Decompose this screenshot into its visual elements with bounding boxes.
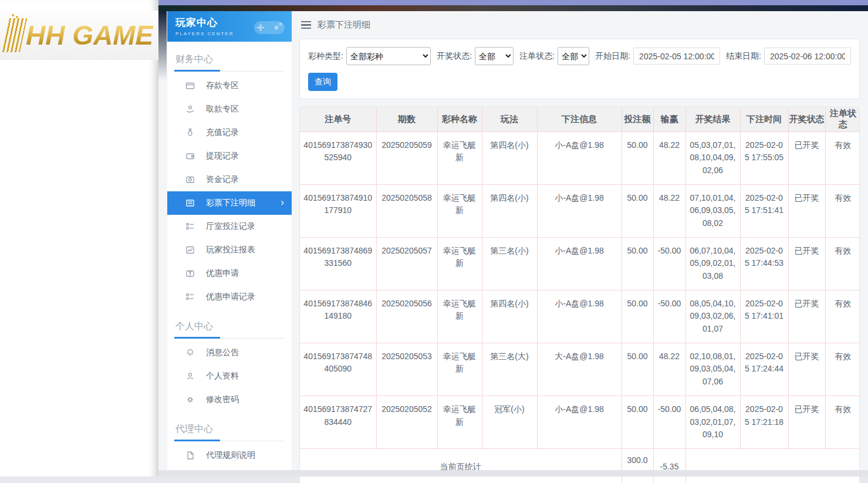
table-cell: 50.00	[622, 396, 653, 448]
column-header: 玩法	[482, 107, 537, 131]
table-cell: 48.22	[653, 184, 685, 237]
draw-status-select[interactable]: 全部	[475, 47, 514, 65]
table-cell: 有效	[825, 343, 860, 396]
table-cell: 有效	[825, 396, 860, 448]
table-cell: 50.00	[622, 290, 653, 343]
table-cell: 20250205057	[376, 237, 437, 290]
sidebar-item[interactable]: 修改密码	[167, 388, 292, 411]
column-header: 开奖结果	[685, 107, 740, 131]
table-cell: 小-A盘@1.98	[537, 396, 622, 448]
table-cell: 48.22	[653, 343, 685, 396]
chevron-right-icon: ›	[281, 197, 284, 208]
table-cell: 48.22	[653, 131, 685, 184]
table-cell: 06,05,04,08,03,02,01,07,09,10	[685, 396, 740, 448]
column-header: 下注时间	[740, 107, 788, 131]
brand-logo-mark-icon	[2, 18, 27, 52]
gamepad-icon	[251, 16, 287, 38]
brand-logo-text: HH GAME	[26, 19, 153, 51]
table-cell: 已开奖	[788, 184, 825, 237]
sidebar-item-label: 提现记录	[206, 151, 239, 161]
table-cell: 冠军(小)	[482, 396, 537, 448]
sidebar-item[interactable]: 取款专区	[167, 97, 292, 121]
sidebar-item-label: 厅室投注记录	[206, 221, 255, 232]
table-cell: 小-A盘@1.98	[537, 131, 622, 184]
banner-strip	[158, 5, 868, 11]
table-row: 40156917387486933156020250205057幸运飞艇新第三名…	[300, 237, 860, 290]
summary-label: 当前页统计	[300, 448, 622, 483]
promo-records-icon	[185, 292, 195, 302]
summary-empty	[685, 448, 860, 483]
sidebar-item-label: 个人资料	[206, 371, 239, 381]
draw-status-label: 开奖状态:	[437, 51, 472, 62]
table-cell: 第三名(小)	[482, 237, 537, 290]
promo-apply-icon	[185, 269, 195, 278]
lottery-type-select[interactable]: 全部彩种	[346, 47, 431, 65]
sidebar-item[interactable]: 优惠申请记录	[167, 285, 292, 309]
table-row: 40156917387493052594020250205059幸运飞艇新第四名…	[300, 131, 860, 184]
sidebar-item[interactable]: 提现记录	[167, 144, 292, 168]
sidebar-item-label: 充值记录	[206, 127, 239, 138]
filter-panel: 彩种类型: 全部彩种 开奖状态: 全部 注单状态: 全部 开始日期: 结束日期:…	[299, 39, 860, 99]
table-cell: 401569173874846149180	[300, 290, 376, 343]
sidebar-item-label: 消息公告	[206, 347, 239, 358]
left-shade	[158, 11, 167, 80]
table-cell: -50.00	[653, 237, 685, 290]
gear-icon	[185, 395, 195, 404]
bell-icon	[185, 348, 195, 357]
page: HH GAME 玩家中心 PLAYERS CENTER 财务中心存款专区取款专区…	[0, 0, 868, 483]
user-icon	[185, 371, 195, 381]
table-cell: 第四名(小)	[482, 184, 537, 237]
end-date-label: 结束日期:	[726, 51, 761, 62]
sidebar-item-label: 玩家投注报表	[206, 245, 255, 255]
sidebar: 玩家中心 PLAYERS CENTER 财务中心存款专区取款专区充值记录提现记录…	[167, 11, 292, 477]
table-cell: 20250205059	[376, 131, 437, 184]
bet-table-panel: 注单号期数彩种名称玩法下注信息投注额输赢开奖结果下注时间开奖状态注单状态 401…	[299, 107, 860, 483]
table-cell: 2025-02-05 17:24:44	[740, 343, 788, 396]
sidebar-item[interactable]: 资金记录	[167, 168, 292, 191]
sidebar-item[interactable]: 厅室投注记录	[167, 215, 292, 238]
table-body: 40156917387493052594020250205059幸运飞艇新第四名…	[300, 131, 860, 483]
sidebar-item[interactable]: 充值记录	[167, 121, 292, 144]
table-cell: 50.00	[622, 237, 653, 290]
page-title: 彩票下注明细	[318, 19, 370, 31]
column-header: 投注额	[622, 107, 653, 131]
start-date-input[interactable]	[633, 48, 720, 65]
table-cell: 401569173874869331560	[300, 237, 376, 290]
sidebar-item[interactable]: 存款专区	[167, 74, 292, 97]
table-cell: 幸运飞艇新	[437, 184, 482, 237]
search-button[interactable]: 查询	[308, 73, 337, 91]
recharge-bag-icon	[185, 128, 195, 137]
table-cell: 20250205058	[376, 184, 437, 237]
deposit-card-icon	[185, 81, 195, 90]
menu-toggle-icon[interactable]	[301, 21, 311, 29]
table-header-row: 注单号期数彩种名称玩法下注信息投注额输赢开奖结果下注时间开奖状态注单状态	[300, 107, 860, 131]
table-cell: 幸运飞艇新	[437, 396, 482, 448]
sidebar-item[interactable]: 玩家投注报表	[167, 238, 292, 262]
table-cell: 06,07,10,04,05,09,02,01,03,08	[685, 237, 740, 290]
table-row: 40156917387484614918020250205056幸运飞艇新第四名…	[300, 290, 860, 343]
sidebar-item[interactable]: 个人资料	[167, 364, 292, 388]
sidebar-item[interactable]: 消息公告	[167, 341, 292, 364]
summary-bet-total: 300.00	[622, 448, 653, 483]
table-cell: 20250205053	[376, 343, 437, 396]
doc-icon	[185, 451, 195, 460]
sidebar-item[interactable]: 代理规则说明	[167, 444, 292, 467]
table-cell: 401569173874910177910	[300, 184, 376, 237]
table-cell: 有效	[825, 184, 860, 237]
sidebar-item[interactable]: 彩票下注明细›	[167, 191, 292, 215]
app-frame: 玩家中心 PLAYERS CENTER 财务中心存款专区取款专区充值记录提现记录…	[158, 0, 868, 477]
funds-record-icon	[185, 175, 195, 184]
table-row: 40156917387491017791020250205058幸运飞艇新第四名…	[300, 184, 860, 237]
sidebar-item-label: 彩票下注明细	[206, 198, 255, 208]
sidebar-section-title: 代理中心	[174, 421, 285, 441]
order-status-select[interactable]: 全部	[558, 47, 589, 65]
sidebar-item-label: 存款专区	[206, 80, 239, 91]
end-date-input[interactable]	[764, 48, 851, 65]
table-cell: -50.00	[653, 290, 685, 343]
table-cell: 2025-02-05 17:21:18	[740, 396, 788, 448]
table-cell: 第三名(大)	[482, 343, 537, 396]
table-cell: 401569173874727834440	[300, 396, 376, 448]
table-cell: 已开奖	[788, 396, 825, 448]
column-header: 注单状态	[825, 107, 860, 131]
sidebar-item[interactable]: 优惠申请	[167, 262, 292, 285]
